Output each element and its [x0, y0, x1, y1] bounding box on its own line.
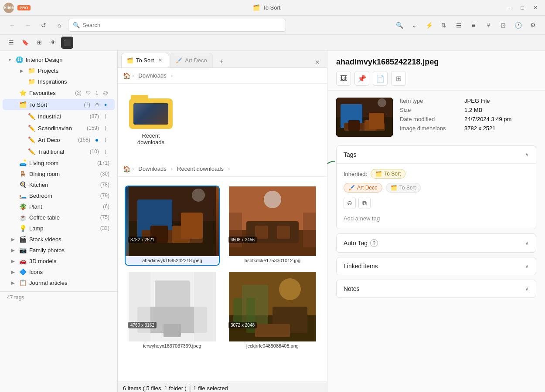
sidebar-item-projects[interactable]: ▶ 📁 Projects	[3, 65, 115, 76]
back-button[interactable]: ←	[5, 18, 19, 32]
breadcrumb2: 🏠 › Downloads › Recent downloads ›	[118, 161, 327, 177]
rp-content: Item type JPEG File Size 1.2 MB Date mod…	[327, 91, 545, 392]
sidebar-item-traditional[interactable]: ▶ ✏️ Traditional (10) ⟩	[3, 146, 115, 157]
content-area: 🗂️ To Sort ✕ 🖌️ Art Deco + ✕ 🏠 › Downloa…	[118, 51, 327, 392]
auto-tag-help-icon[interactable]: ?	[370, 239, 378, 247]
sidebar-item-kitchen[interactable]: ▶ 🍳 Kitchen (78)	[3, 179, 115, 190]
bc-downloads[interactable]: Downloads	[136, 71, 169, 80]
history-btn[interactable]: 🕐	[511, 18, 525, 32]
sidebar-item-interior-design[interactable]: ▾ 🌐 Interior Design	[3, 54, 115, 65]
close-button[interactable]: ✕	[529, 2, 542, 14]
refresh-button[interactable]: ↺	[37, 18, 51, 32]
transfer-btn[interactable]: ⇅	[437, 18, 451, 32]
tag-chip-art-deco[interactable]: 🖌️ Art Deco	[344, 183, 382, 193]
sidebar-item-to-sort[interactable]: ▶ 🗂️ To Sort (1) ⊕ ●	[3, 99, 115, 110]
tab-art-deco[interactable]: 🖌️ Art Deco	[170, 53, 213, 68]
sort-btn[interactable]: ⌄	[407, 18, 421, 32]
tab-to-sort-close[interactable]: ✕	[157, 57, 164, 64]
sidebar-item-living-room[interactable]: ▶ 🛋️ Living room (171)	[3, 158, 115, 168]
pl-count: (6)	[103, 203, 109, 210]
stock-videos-icon: 🎬	[19, 236, 27, 243]
tb2-btn4[interactable]: 👁	[47, 37, 59, 49]
sidebar-item-art-deco[interactable]: ▶ ✏️ Art Deco (158) ● ⟩	[3, 134, 115, 145]
rp-pin-btn[interactable]: 📌	[354, 71, 369, 86]
search-box[interactable]: 🔍	[68, 19, 286, 32]
tb2-btn5[interactable]: ⬛	[61, 37, 73, 49]
sidebar-item-bedroom[interactable]: ▶ 🛏️ Bedroom (79)	[3, 190, 115, 201]
sidebar-item-favourites[interactable]: ▶ ⭐ Favourites (2) 🛡 1 @	[3, 87, 115, 98]
sidebar-item-family-photos[interactable]: ▶ 📷 Family photos	[3, 245, 115, 255]
status-selection: 1 file selected	[193, 385, 228, 392]
tab-add-button[interactable]: +	[215, 55, 228, 68]
breadcrumb1: 🏠 › Downloads ›	[118, 68, 327, 84]
linked-items-header[interactable]: Linked items ∨	[337, 257, 536, 275]
sidebar-item-scandinavian[interactable]: ▶ ✏️ Scandinavian (159) ⟩	[3, 122, 115, 134]
linked-items-chevron: ∨	[525, 263, 529, 269]
list-btn[interactable]: ☰	[452, 18, 466, 32]
svg-rect-39	[348, 120, 360, 131]
settings-btn[interactable]: ⚙	[526, 18, 540, 32]
fork-btn[interactable]: ⑂	[481, 18, 495, 32]
home-button[interactable]: ⌂	[52, 18, 66, 32]
image-card-1[interactable]: 3782 x 2521 ahadimvyk1685242218.jpeg	[125, 186, 220, 266]
toolbar-right: 🔍 ⌄ ⚡ ⇅ ☰ ≡ ⑂ ⊡ 🕐 ⚙	[392, 18, 540, 32]
add-tag-area[interactable]: Add a new tag	[344, 213, 529, 223]
tag-copy-button[interactable]: ⧉	[358, 197, 371, 209]
auto-tag-label: Auto Tag	[344, 240, 368, 247]
search-btn[interactable]: 🔍	[392, 18, 406, 32]
search-input[interactable]	[82, 22, 281, 28]
auto-tag-header[interactable]: Auto Tag ? ∨	[337, 234, 536, 252]
tb2-btn2[interactable]: 🔖	[19, 37, 31, 49]
tab-to-sort[interactable]: 🗂️ To Sort ✕	[121, 53, 169, 68]
minimize-button[interactable]: —	[503, 2, 515, 14]
rp-grid-btn[interactable]: ⊞	[391, 71, 406, 86]
sidebar-item-industrial[interactable]: ▶ ✏️ Industrial (87) ⟩	[3, 111, 115, 122]
image-card-2[interactable]: 4508 x 3456 bsotkdcke1753301012.jpg	[225, 186, 320, 266]
menu-btn[interactable]: ≡	[467, 18, 480, 32]
thumb-svg	[336, 98, 393, 137]
image-grid: 3782 x 2521 ahadimvyk1685242218.jpeg	[125, 186, 320, 351]
layout-btn[interactable]: ⊡	[496, 18, 510, 32]
inherited-tag-chip[interactable]: 🗂️ To Sort	[371, 169, 405, 179]
rp-doc-btn[interactable]: 📄	[373, 71, 388, 86]
notes-section: Notes ∨	[336, 280, 536, 298]
recent-downloads-folder[interactable]: Recent downloads	[125, 91, 177, 149]
sidebar-item-journal-articles[interactable]: ▶ 📋 Journal articles	[3, 277, 115, 288]
tags-row: 🖌️ Art Deco 🗂️ To Sort	[344, 183, 529, 193]
tb2-btn3[interactable]: ⊞	[33, 37, 45, 49]
tabs-close-button[interactable]: ✕	[311, 57, 324, 68]
sidebar-item-dining-room[interactable]: ▶ 🪑 Dining room (30)	[3, 169, 115, 179]
sidebar-item-coffee-table[interactable]: ▶ ☕ Coffee table (75)	[3, 212, 115, 223]
bc2-home-icon[interactable]: 🏠	[123, 166, 130, 172]
svg-rect-14	[255, 226, 268, 239]
tag-chip-to-sort[interactable]: 🗂️ To Sort	[386, 183, 421, 193]
sidebar-item-inspirations[interactable]: ▶ 📁 Inspirations	[3, 76, 115, 87]
tags-section-header[interactable]: Tags ∧	[337, 146, 536, 163]
maximize-button[interactable]: □	[516, 2, 528, 14]
rp-preview-btn[interactable]: 🖼	[336, 71, 351, 86]
meta-val-dims: 3782 x 2521	[464, 125, 496, 132]
sidebar-item-icons[interactable]: ▶ 🔷 Icons	[3, 267, 115, 277]
linked-items-label: Linked items	[344, 263, 378, 270]
image-card-4[interactable]: 3072 x 2048 jcckjrrfc0485088408.png	[225, 271, 320, 351]
lr-count: (171)	[97, 160, 109, 166]
meta-key-item-type: Item type	[400, 98, 461, 104]
meta-key-size: Size	[400, 107, 461, 113]
forward-button[interactable]: →	[21, 18, 35, 32]
titlebar-controls: — □ ✕	[503, 2, 542, 14]
sidebar-item-plant[interactable]: ▶ 🪴 Plant (6)	[3, 201, 115, 212]
rp-toolbar: 🖼 📌 📄 ⊞	[336, 71, 536, 86]
plant-icon: 🪴	[19, 203, 27, 210]
img3-name: icrwyhoyx1837037369.jpeg	[126, 341, 219, 350]
sidebar-item-stock-videos[interactable]: ▶ 🎬 Stock videos	[3, 234, 115, 244]
flash-btn[interactable]: ⚡	[422, 18, 436, 32]
image-card-3[interactable]: 4760 x 3162 icrwyhoyx1837037369.jpeg	[125, 271, 220, 351]
bc-home-icon[interactable]: 🏠	[123, 72, 130, 79]
tag-remove-button[interactable]: ⊖	[344, 197, 356, 209]
notes-header[interactable]: Notes ∨	[337, 280, 536, 297]
bc2-downloads[interactable]: Downloads	[136, 165, 169, 173]
sidebar-item-3d-models[interactable]: ▶ 🚗 3D models	[3, 256, 115, 266]
sidebar-item-lamp[interactable]: ▶ 💡 Lamp (33)	[3, 223, 115, 233]
bc2-recent-downloads[interactable]: Recent downloads	[174, 165, 226, 173]
tb2-btn1[interactable]: ☰	[5, 37, 17, 49]
